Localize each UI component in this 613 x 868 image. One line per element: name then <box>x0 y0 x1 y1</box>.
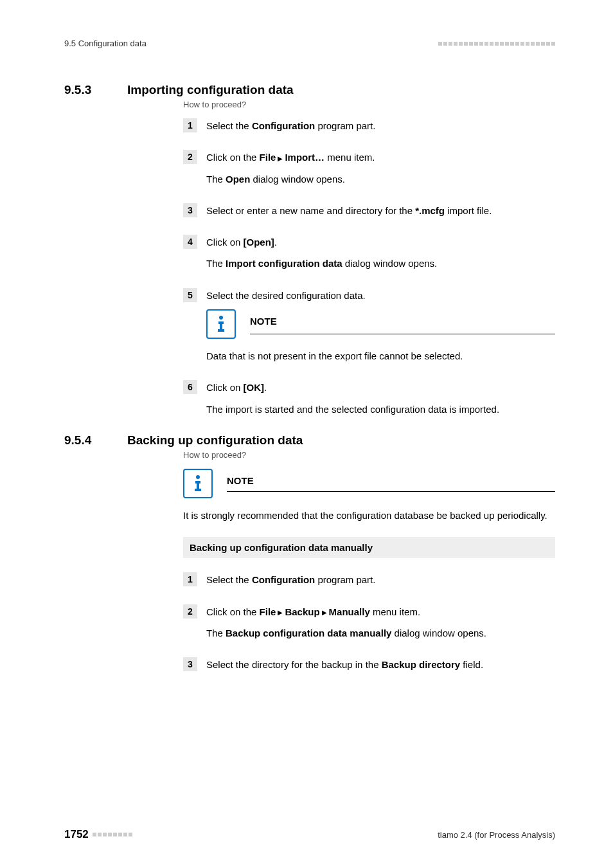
note-underline <box>250 334 555 334</box>
triangle-icon: ▶ <box>278 154 283 164</box>
step-3: 3 Select or enter a new name and directo… <box>183 203 555 218</box>
step-number: 6 <box>183 380 197 394</box>
section-heading-954: 9.5.4 Backing up configuration data <box>64 433 555 448</box>
page-footer: 1752 tiamo 2.4 (for Process Analysis) <box>64 828 555 841</box>
step-number: 2 <box>183 604 197 619</box>
note-underline <box>227 491 555 492</box>
svg-rect-7 <box>195 489 201 491</box>
step-number: 5 <box>183 288 197 302</box>
step-body: Click on the File▶Backup▶Manually menu i… <box>206 604 555 641</box>
svg-rect-3 <box>218 329 224 332</box>
step-2: 2 Click on the File▶Backup▶Manually menu… <box>183 604 555 641</box>
section-number: 9.5.3 <box>64 83 104 97</box>
note-text: Data that is not present in the export f… <box>206 349 555 364</box>
page-number: 1752 <box>64 828 89 841</box>
step-body: Select the desired configuration data. <box>206 288 555 364</box>
page-header: 9.5 Configuration data <box>64 39 555 48</box>
section-title: Backing up configuration data <box>127 433 303 448</box>
step-1: 1 Select the Configuration program part. <box>183 118 555 133</box>
step-number: 2 <box>183 150 197 164</box>
section-number: 9.5.4 <box>64 433 104 448</box>
section-953-body: How to proceed? 1 Select the Configurati… <box>183 100 555 417</box>
step-body: Click on [OK]. The import is started and… <box>206 380 555 417</box>
step-5: 5 Select the desired configuration data. <box>183 288 555 364</box>
step-number: 3 <box>183 203 197 217</box>
step-number: 1 <box>183 118 197 132</box>
step-number: 4 <box>183 235 197 249</box>
note-box: NOTE Data that is not present in the exp… <box>206 309 555 364</box>
note-title: NOTE <box>250 314 555 329</box>
svg-point-4 <box>196 475 200 479</box>
note-text: It is strongly recommended that the conf… <box>183 509 555 523</box>
svg-rect-6 <box>197 481 199 490</box>
section-heading-953: 9.5.3 Importing configuration data <box>64 83 555 97</box>
step-number: 3 <box>183 657 197 671</box>
page: 9.5 Configuration data 9.5.3 Importing c… <box>0 0 613 868</box>
how-to-proceed: How to proceed? <box>183 450 555 460</box>
info-icon <box>206 309 236 339</box>
svg-point-0 <box>219 316 223 320</box>
note-title: NOTE <box>227 475 555 486</box>
step-4: 4 Click on [Open]. The Import configurat… <box>183 235 555 271</box>
section-title: Importing configuration data <box>127 83 294 97</box>
triangle-icon: ▶ <box>322 608 327 618</box>
step-6: 6 Click on [OK]. The import is started a… <box>183 380 555 417</box>
svg-rect-2 <box>220 321 222 330</box>
header-section-ref: 9.5 Configuration data <box>64 39 147 48</box>
step-number: 1 <box>183 572 197 586</box>
step-1: 1 Select the Configuration program part. <box>183 572 555 587</box>
step-3: 3 Select the directory for the backup in… <box>183 657 555 672</box>
step-body: Select the Configuration program part. <box>206 118 555 133</box>
header-decorative-squares <box>438 42 555 46</box>
triangle-icon: ▶ <box>278 608 283 618</box>
section-954-body: How to proceed? NOTE It is strongly re <box>183 450 555 673</box>
info-icon <box>183 469 213 498</box>
step-2: 2 Click on the File▶Import… menu item. T… <box>183 150 555 186</box>
step-body: Click on the File▶Import… menu item. The… <box>206 150 555 186</box>
step-body: Select or enter a new name and directory… <box>206 203 555 218</box>
page-number-wrap: 1752 <box>64 828 132 841</box>
footer-product: tiamo 2.4 (for Process Analysis) <box>438 830 555 840</box>
how-to-proceed: How to proceed? <box>183 100 555 109</box>
step-body: Click on [Open]. The Import configuratio… <box>206 235 555 271</box>
sub-heading-manual-backup: Backing up configuration data manually <box>183 537 555 558</box>
footer-decorative-squares <box>93 833 132 836</box>
step-body: Select the directory for the backup in t… <box>206 657 555 672</box>
note-box: NOTE It is strongly recommended that the… <box>183 469 555 523</box>
step-body: Select the Configuration program part. <box>206 572 555 587</box>
